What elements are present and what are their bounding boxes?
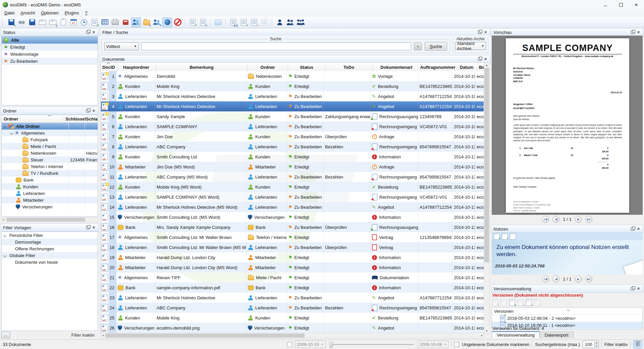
filter-template-dokumente-von-heute[interactable]: Dokumente von heute <box>2 259 98 265</box>
browse-documents-icon[interactable] <box>17 17 26 27</box>
mail-attachment-icon[interactable]: § <box>48 17 58 27</box>
table-row[interactable]: epdf25KundenMobile KingKunden⚑Erledigt✔B… <box>101 313 484 323</box>
results-spinner[interactable]: 100 ▲▼ <box>583 341 599 348</box>
version-add-icon[interactable]: + <box>239 17 249 27</box>
table-row[interactable]: epdf8LieferantenABC CompanyLieferanten⚑Z… <box>101 142 484 152</box>
table-row[interactable]: epdf26Versicherungenecodms-demobild.pngV… <box>101 323 484 333</box>
maximize-button[interactable] <box>613 0 629 9</box>
documents-hscrollbar[interactable]: ◂ ▸ <box>101 333 484 338</box>
column-header-auftragsnummer[interactable]: Auftragsnummer <box>421 63 455 71</box>
status-item-alle[interactable]: +Alle <box>2 37 98 44</box>
table-row[interactable]: epdf18LieferantenSmith Consulting Ltd. M… <box>101 242 484 252</box>
expander-icon[interactable] <box>3 124 7 128</box>
table-row[interactable]: epdf16BankMrs. Sandy Xample Xample Compa… <box>101 222 484 232</box>
folders-hscrollbar[interactable]: ◂ <box>1 217 98 222</box>
table-row[interactable]: epdf10MitarbeiterJim Doe (MS Word)Mitarb… <box>101 162 484 172</box>
column-header-ordner[interactable]: Ordner <box>248 63 288 71</box>
close-icon[interactable]: × <box>636 227 641 232</box>
table-row[interactable]: epdf14LieferantenMr Sherlock Holmes Dete… <box>101 202 484 212</box>
column-header-dokumentenart[interactable]: Dokumentenart <box>373 63 421 71</box>
date-range-slider[interactable] <box>330 344 414 345</box>
table-row[interactable]: epdf4LieferantenMr Sherlock Holmes Detec… <box>101 101 484 111</box>
column-header-hauptordner[interactable]: Hauptordner <box>117 63 156 71</box>
table-row[interactable]: epdf2KundenMobile KingKunden⚑Erledigt✔Be… <box>101 81 484 91</box>
restore-document-icon[interactable]: ↺ <box>90 17 99 27</box>
table-row[interactable]: epdf13LieferantenSAMPLE COMPANY (MS Word… <box>101 192 484 202</box>
mark-unread-checkbox[interactable] <box>454 342 459 347</box>
menu-item-plugins[interactable]: Plugins <box>62 9 82 17</box>
delete-note-icon[interactable]: − <box>502 233 508 240</box>
undock-icon[interactable] <box>477 30 482 35</box>
table-row[interactable]: epdf11LieferantenABC Company (MS Word)Li… <box>101 172 484 182</box>
documents-table-header[interactable]: DocIDHauptordnerBemerkungOrdnerStatusToD… <box>101 62 490 72</box>
close-icon[interactable]: × <box>636 286 641 291</box>
table-row[interactable]: epdf5KundenSandy XampleKunden⚑Zu Bearbei… <box>101 111 484 121</box>
export-document-icon[interactable]: → <box>27 17 37 27</box>
undock-icon[interactable] <box>630 286 635 291</box>
table-row[interactable]: epdf17✳AllgemeinesSmith Consulting Ltd. … <box>101 232 484 242</box>
next-note-button[interactable]: ▶ <box>575 276 582 283</box>
undock-icon[interactable] <box>477 57 482 62</box>
table-row[interactable]: epdf19MitarbeiterHarald Dump Ltd. London… <box>101 252 484 262</box>
close-icon[interactable]: × <box>91 30 96 35</box>
trash-button[interactable] <box>633 340 642 348</box>
date-from-field[interactable]: 2009-10-10▼ <box>295 341 326 348</box>
close-icon[interactable]: × <box>91 225 96 230</box>
menu-item-datei[interactable]: Datei <box>1 9 17 17</box>
print-icon[interactable] <box>110 17 120 27</box>
folder-tree-item-miete-pacht[interactable]: Miete / Pacht <box>2 143 98 150</box>
undock-icon[interactable] <box>85 225 90 230</box>
first-page-button[interactable]: ◀ <box>542 216 549 223</box>
folder-tree-item-alle-ordner[interactable]: Alle Ordner <box>2 123 98 130</box>
more-filters-button[interactable]: ... <box>1 332 10 338</box>
table-export-icon[interactable] <box>100 17 110 27</box>
close-icon[interactable]: × <box>636 30 641 35</box>
table-row[interactable]: epdf12KundenMobile King (MS Word)Kunden⚑… <box>101 182 484 192</box>
search-mode-dropdown[interactable]: Volltext▼ <box>104 42 139 50</box>
tab-datenexport[interactable]: Datenexport <box>540 332 574 338</box>
date-to-field[interactable]: 2009-10-09▼ <box>418 341 448 348</box>
minimize-button[interactable] <box>598 0 613 9</box>
user-admin-icon[interactable] <box>296 17 305 27</box>
next-page-button[interactable]: ▶ <box>575 216 582 223</box>
table-row[interactable]: epdf24LieferantenABC CompanyLieferanten⚑… <box>101 303 484 313</box>
reclassify-icon[interactable]: ↻ <box>198 17 208 27</box>
close-icon[interactable]: × <box>483 30 488 35</box>
spinner-down-icon[interactable]: ▼ <box>594 344 598 347</box>
expander-icon[interactable] <box>10 131 13 135</box>
view-note-icon[interactable] <box>510 233 516 240</box>
user-group-icon[interactable] <box>285 17 295 27</box>
table-row[interactable]: epdf20MitarbeiterHarald Dump Ltd. London… <box>101 262 484 272</box>
archive-dropdown[interactable]: Standard Archive▼ <box>455 42 486 50</box>
status-item-wiedervorlage[interactable]: ⚑Wiedervorlage <box>2 51 98 58</box>
user-roles-icon[interactable] <box>131 17 141 27</box>
folder-tree-item-lieferanten[interactable]: Lieferanten <box>2 190 98 197</box>
folder-tree-item-steuer[interactable]: Steuer123456Finan <box>2 156 98 163</box>
table-row[interactable]: epdf21✳AllgemeinesRiesen TIFFMiete / Pac… <box>101 272 484 283</box>
status-item-zu-bearbeiten[interactable]: ⚑Zu Bearbeiten <box>2 58 98 65</box>
version-edit-icon[interactable]: ✎ <box>492 299 498 306</box>
note-content[interactable]: Zu einem Dokument können optional Notize… <box>492 240 643 275</box>
version-lock-icon[interactable]: ● <box>518 299 523 306</box>
table-row[interactable]: epdf22Banksample-company-information.pdf… <box>101 283 484 293</box>
status-item-erledigt[interactable]: ⚑Erledigt <box>2 44 98 51</box>
filter-template-offene-rechnungen[interactable]: Offene Rechnungen <box>2 245 98 252</box>
table-row[interactable]: epdf6LieferantenSAMPLE COMPANYLieferante… <box>101 121 484 132</box>
version-add-icon[interactable]: + <box>509 299 515 306</box>
table-row[interactable]: epdf9KundenSmith Consulting LtdKunden⚑Er… <box>101 152 484 162</box>
table-row[interactable]: epdf3LieferantenMr Sherlock Holmes Detec… <box>101 91 484 101</box>
folder-tree-item-bank[interactable]: Bank <box>2 177 98 183</box>
inbox-archive-icon[interactable] <box>121 17 130 27</box>
user-add-icon[interactable] <box>275 17 284 27</box>
preview-zoom-icon[interactable] <box>162 17 172 27</box>
table-row[interactable]: epdf23LieferantenMr Sherlock Holmes Dete… <box>101 293 484 303</box>
archive-save-icon[interactable]: ● <box>6 17 16 27</box>
last-page-button[interactable]: ▶ <box>585 216 592 223</box>
column-header-status[interactable]: Status <box>288 63 325 71</box>
version-checkout-icon[interactable]: → <box>501 299 506 306</box>
column-header-docid[interactable]: DocID <box>101 63 117 71</box>
add-note-icon[interactable]: + <box>494 233 500 240</box>
close-icon[interactable]: × <box>483 57 488 62</box>
menu-item-ansicht[interactable]: Ansicht <box>17 9 38 17</box>
versions-list-header[interactable]: Versionen <box>492 308 642 315</box>
